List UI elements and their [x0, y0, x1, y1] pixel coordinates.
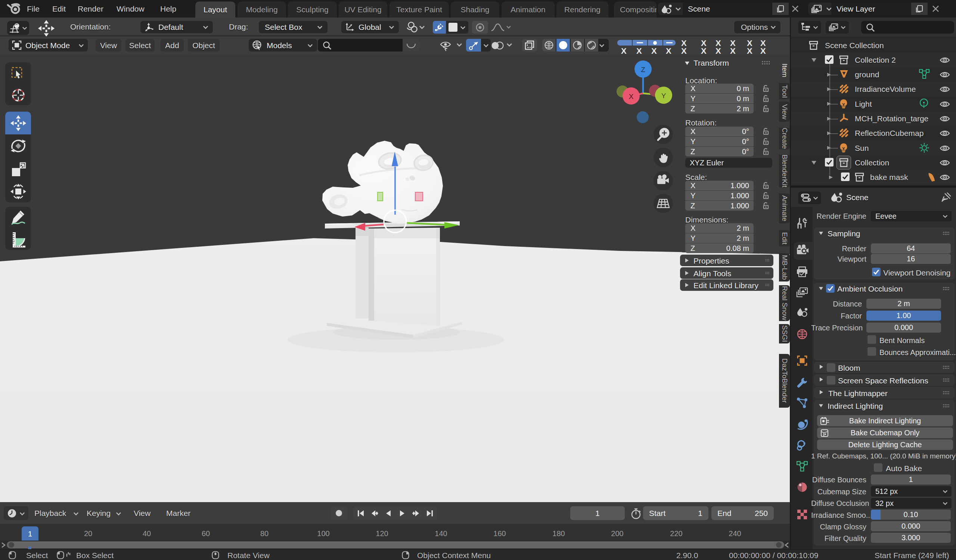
svg-text:Y: Y — [661, 92, 666, 100]
svg-text:Z: Z — [641, 66, 645, 74]
svg-text:X: X — [629, 93, 634, 100]
